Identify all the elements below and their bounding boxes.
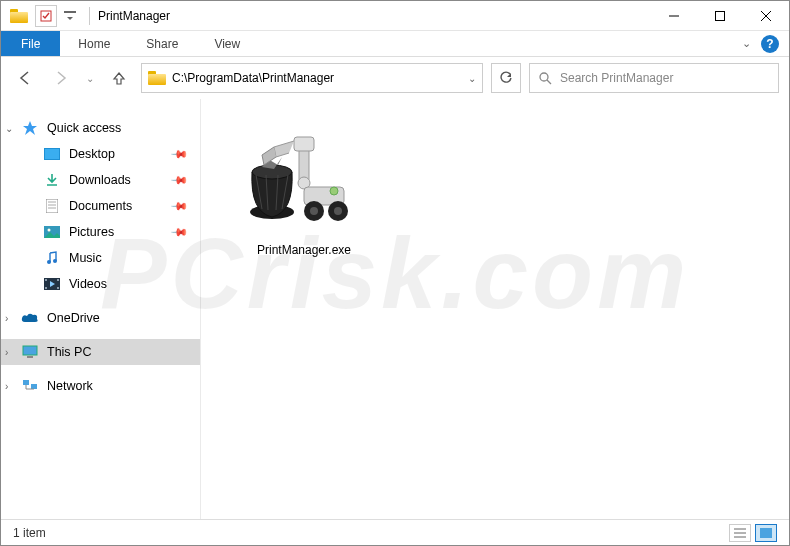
tab-view[interactable]: View [196,31,258,56]
chevron-right-icon[interactable]: › [5,381,8,392]
large-icons-view-button[interactable] [755,524,777,542]
help-button[interactable]: ? [761,35,779,53]
chevron-right-icon[interactable]: › [5,347,8,358]
pictures-icon [43,224,61,240]
sidebar-item-label: OneDrive [47,311,100,325]
svg-rect-25 [23,380,29,385]
titlebar: PrintManager [1,1,789,31]
address-bar[interactable]: C:\ProgramData\PrintManager ⌄ [141,63,483,93]
documents-icon [43,198,61,214]
sidebar-item-pictures[interactable]: Pictures 📌 [1,219,200,245]
main-area: ⌄ Quick access Desktop 📌 Downloads 📌 Doc… [1,99,789,519]
address-dropdown-icon[interactable]: ⌄ [468,73,476,84]
svg-rect-23 [23,346,37,355]
qat-dropdown-icon[interactable] [59,5,81,27]
back-button[interactable] [11,64,39,92]
svg-rect-26 [31,384,37,389]
svg-rect-24 [27,356,33,358]
pin-icon: 📌 [169,170,188,189]
sidebar-item-label: Documents [69,199,132,213]
file-label: PrintManager.exe [219,243,389,257]
search-input[interactable]: Search PrintManager [529,63,779,93]
app-icon [7,4,31,28]
forward-button[interactable] [47,64,75,92]
sidebar-onedrive[interactable]: › OneDrive [1,305,200,331]
search-icon [538,71,552,85]
maximize-button[interactable] [697,1,743,31]
pin-icon: 📌 [169,222,188,241]
tab-share[interactable]: Share [128,31,196,56]
chevron-down-icon[interactable]: ⌄ [5,123,13,134]
desktop-icon [43,146,61,162]
titlebar-separator [89,7,90,25]
navigation-pane: ⌄ Quick access Desktop 📌 Downloads 📌 Doc… [1,99,201,519]
sidebar-item-documents[interactable]: Documents 📌 [1,193,200,219]
svg-point-36 [310,207,318,215]
sidebar-item-label: Quick access [47,121,121,135]
svg-point-39 [330,187,338,195]
downloads-icon [43,172,61,188]
sidebar-item-label: Music [69,251,102,265]
network-icon [21,378,39,394]
status-bar: 1 item [1,519,789,545]
svg-rect-21 [57,279,59,281]
up-button[interactable] [105,64,133,92]
window-controls [651,1,789,31]
address-path: C:\ProgramData\PrintManager [172,71,462,85]
file-item[interactable]: PrintManager.exe [219,117,389,257]
svg-point-17 [53,259,57,263]
sidebar-item-videos[interactable]: Videos [1,271,200,297]
qat-properties-icon[interactable] [35,5,57,27]
sidebar-this-pc[interactable]: › This PC [1,339,200,365]
pin-icon: 📌 [169,196,188,215]
sidebar-item-label: This PC [47,345,91,359]
sidebar-quick-access[interactable]: ⌄ Quick access [1,115,200,141]
ribbon: File Home Share View ⌄ ? [1,31,789,57]
svg-point-16 [47,260,51,264]
svg-rect-20 [45,287,47,289]
svg-rect-10 [46,199,58,213]
svg-rect-22 [57,287,59,289]
chevron-right-icon[interactable]: › [5,313,8,324]
sidebar-item-label: Videos [69,277,107,291]
recent-dropdown-icon[interactable]: ⌄ [83,64,97,92]
onedrive-icon [21,310,39,326]
content-pane[interactable]: PrintManager.exe [201,99,789,519]
sidebar-item-downloads[interactable]: Downloads 📌 [1,167,200,193]
svg-point-15 [48,229,51,232]
svg-rect-19 [45,279,47,281]
sidebar-item-label: Downloads [69,173,131,187]
item-count: 1 item [13,526,46,540]
sidebar-item-desktop[interactable]: Desktop 📌 [1,141,200,167]
pin-icon: 📌 [169,144,188,163]
file-tab[interactable]: File [1,31,60,56]
tab-home[interactable]: Home [60,31,128,56]
svg-point-6 [540,73,548,81]
minimize-button[interactable] [651,1,697,31]
videos-icon [43,276,61,292]
svg-line-7 [547,80,551,84]
window-title: PrintManager [98,9,170,23]
sidebar-item-music[interactable]: Music [1,245,200,271]
svg-rect-1 [64,11,76,13]
svg-rect-9 [45,149,59,159]
quick-access-icon [21,120,39,136]
ribbon-expand-icon[interactable]: ⌄ [742,37,751,50]
sidebar-network[interactable]: › Network [1,373,200,399]
details-view-button[interactable] [729,524,751,542]
svg-rect-43 [760,528,772,538]
music-icon [43,250,61,266]
address-row: ⌄ C:\ProgramData\PrintManager ⌄ Search P… [1,57,789,99]
svg-rect-3 [716,11,725,20]
svg-point-38 [334,207,342,215]
exe-file-icon [234,117,374,237]
search-placeholder: Search PrintManager [560,71,673,85]
sidebar-item-label: Desktop [69,147,115,161]
quick-access-toolbar [35,5,81,27]
svg-rect-32 [294,137,314,151]
folder-icon [148,71,166,85]
sidebar-item-label: Network [47,379,93,393]
close-button[interactable] [743,1,789,31]
sidebar-item-label: Pictures [69,225,114,239]
refresh-button[interactable] [491,63,521,93]
